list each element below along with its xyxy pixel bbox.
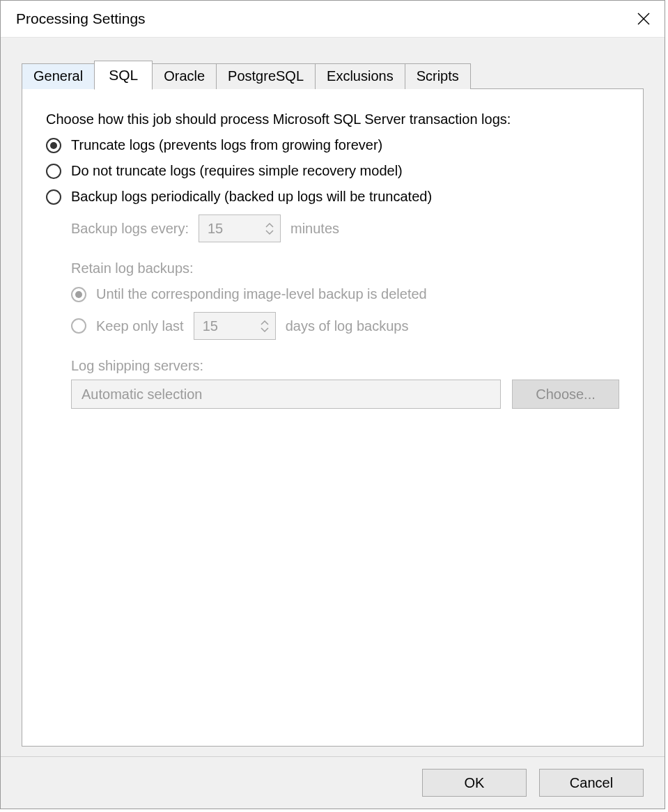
keep-days-spinner: 15 xyxy=(194,312,276,340)
radio-icon xyxy=(46,189,61,205)
radio-icon xyxy=(46,164,61,179)
keep-only-last-suffix: days of log backups xyxy=(286,318,409,334)
backup-interval-row: Backup logs every: 15 minutes xyxy=(71,214,619,242)
radio-label: Truncate logs (prevents logs from growin… xyxy=(71,137,382,153)
radio-icon xyxy=(71,287,86,302)
radio-keep-only-last: Keep only last 15 days of log backups xyxy=(71,312,619,340)
radio-icon xyxy=(46,138,61,153)
radio-retain-until-deleted: Until the corresponding image-level back… xyxy=(71,286,619,302)
cancel-button[interactable]: Cancel xyxy=(539,769,644,797)
dialog-title: Processing Settings xyxy=(16,10,146,27)
tab-sql[interactable]: SQL xyxy=(94,61,153,90)
radio-truncate-logs[interactable]: Truncate logs (prevents logs from growin… xyxy=(46,137,619,153)
chevron-up-icon xyxy=(260,319,270,326)
ok-button[interactable]: OK xyxy=(422,769,527,797)
radio-do-not-truncate[interactable]: Do not truncate logs (requires simple re… xyxy=(46,163,619,179)
spinner-value: 15 xyxy=(203,318,218,334)
dialog-footer: OK Cancel xyxy=(1,756,665,809)
chevron-up-icon xyxy=(265,221,274,228)
choose-button: Choose... xyxy=(512,380,619,409)
title-bar: Processing Settings xyxy=(1,1,665,38)
log-shipping-label: Log shipping servers: xyxy=(71,358,619,374)
backup-every-label: Backup logs every: xyxy=(71,221,189,237)
chevron-down-icon xyxy=(265,229,274,236)
tab-postgresql[interactable]: PostgreSQL xyxy=(216,63,316,89)
log-shipping-servers-field: Automatic selection xyxy=(71,380,501,409)
tab-scripts[interactable]: Scripts xyxy=(405,63,471,89)
sql-intro-text: Choose how this job should process Micro… xyxy=(46,111,619,127)
spinner-value: 15 xyxy=(208,221,223,237)
periodic-backup-options: Backup logs every: 15 minutes Retain log… xyxy=(71,214,619,409)
close-button[interactable] xyxy=(632,8,655,30)
tab-general[interactable]: General xyxy=(22,63,95,89)
tab-strip: General SQL Oracle PostgreSQL Exclusions… xyxy=(22,61,644,89)
radio-label: Do not truncate logs (requires simple re… xyxy=(71,163,403,179)
keep-only-last-prefix: Keep only last xyxy=(96,318,184,334)
dialog-window: Processing Settings General SQL Oracle P… xyxy=(0,0,665,809)
tab-panel-sql: Choose how this job should process Micro… xyxy=(22,88,644,747)
chevron-down-icon xyxy=(260,327,270,334)
backup-every-unit: minutes xyxy=(290,221,339,237)
tab-oracle[interactable]: Oracle xyxy=(152,63,217,89)
tab-exclusions[interactable]: Exclusions xyxy=(315,63,405,89)
retain-heading: Retain log backups: xyxy=(71,260,619,276)
radio-backup-periodically[interactable]: Backup logs periodically (backed up logs… xyxy=(46,189,619,205)
radio-label: Backup logs periodically (backed up logs… xyxy=(71,189,432,205)
log-shipping-value: Automatic selection xyxy=(81,387,202,403)
radio-label: Until the corresponding image-level back… xyxy=(96,286,427,302)
dialog-body: General SQL Oracle PostgreSQL Exclusions… xyxy=(1,38,665,756)
log-shipping-row: Log shipping servers: Automatic selectio… xyxy=(71,358,619,409)
backup-every-spinner: 15 xyxy=(199,214,281,242)
close-icon xyxy=(637,12,651,26)
radio-icon xyxy=(71,318,86,334)
